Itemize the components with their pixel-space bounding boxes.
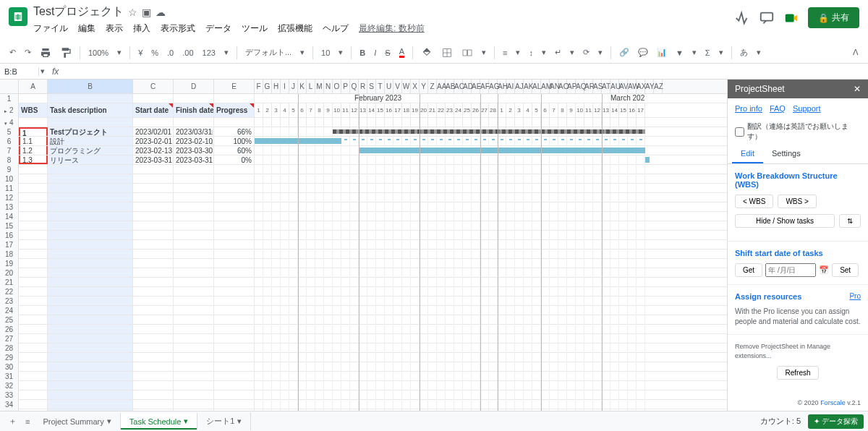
row-27[interactable]: 27	[0, 334, 19, 343]
row-16[interactable]: 16	[0, 231, 19, 240]
row-8[interactable]: 8	[0, 155, 19, 165]
col-X[interactable]: X	[411, 80, 420, 93]
history-icon[interactable]	[734, 10, 750, 26]
tab-sheet1[interactable]: シート1▾	[197, 412, 251, 430]
col-AK[interactable]: AK	[524, 80, 532, 93]
col-AI[interactable]: AI	[506, 80, 515, 93]
col-L[interactable]: L	[307, 80, 315, 93]
link-support[interactable]: Support	[793, 104, 821, 113]
prog-cell[interactable]: 0%	[214, 155, 255, 164]
functions-icon[interactable]: Σ	[703, 47, 712, 59]
wbs-cell[interactable]: 1	[19, 127, 48, 136]
start-cell[interactable]: 2023-02-01	[133, 137, 174, 145]
col-AH[interactable]: AH	[498, 80, 506, 93]
col-AG[interactable]: AG	[489, 80, 498, 93]
col-AF[interactable]: AF	[480, 80, 489, 93]
col-J[interactable]: J	[289, 80, 298, 93]
finish-cell[interactable]: 2023-02-10	[174, 137, 214, 145]
row-22[interactable]: 22	[0, 287, 19, 296]
star-icon[interactable]: ☆	[128, 7, 137, 18]
row-7[interactable]: 7	[0, 146, 19, 155]
font-select[interactable]: デフォルト...	[243, 46, 294, 59]
paint-format-icon[interactable]	[58, 46, 74, 60]
col-W[interactable]: W	[402, 80, 411, 93]
ime-btn[interactable]: あ	[738, 46, 750, 59]
col-T[interactable]: T	[376, 80, 385, 93]
prog-cell[interactable]: 66%	[214, 127, 255, 136]
calendar-icon[interactable]: 📅	[819, 265, 829, 275]
col-AP[interactable]: AP	[567, 80, 576, 93]
row-35[interactable]: 35	[0, 409, 19, 411]
select-all-corner[interactable]	[0, 80, 19, 94]
col-D[interactable]: D	[174, 80, 214, 93]
col-U[interactable]: U	[385, 80, 393, 93]
bold-btn[interactable]: B	[357, 47, 367, 59]
filter-icon[interactable]: ▼	[673, 47, 686, 59]
col-G[interactable]: G	[263, 80, 272, 93]
tab-task-schedule[interactable]: Task Schedule▾	[121, 413, 198, 430]
col-AW[interactable]: AW	[628, 80, 637, 93]
col-AT[interactable]: AT	[602, 80, 610, 93]
link-icon[interactable]: 🔗	[617, 46, 631, 59]
collapse-toolbar-icon[interactable]: ᐱ	[851, 46, 861, 59]
col-AS[interactable]: AS	[593, 80, 602, 93]
col-AA[interactable]: AA	[437, 80, 446, 93]
col-AX[interactable]: AX	[637, 80, 645, 93]
translate-checkbox[interactable]	[735, 127, 744, 137]
menu-format[interactable]: 表示形式	[161, 22, 195, 35]
more-formats[interactable]: 123	[200, 47, 218, 59]
col-AQ[interactable]: AQ	[576, 80, 584, 93]
wbs-indent-out[interactable]: < WBS	[735, 195, 773, 208]
get-date-btn[interactable]: Get	[735, 263, 762, 277]
comment-insert-icon[interactable]: 💬	[636, 46, 650, 59]
start-cell[interactable]: 2023/02/01	[133, 127, 174, 136]
refresh-btn[interactable]: Refresh	[777, 366, 818, 380]
chart-icon[interactable]: 📊	[655, 46, 669, 59]
row-20[interactable]: 20	[0, 268, 19, 278]
col-Z[interactable]: Z	[428, 80, 437, 93]
col-AL[interactable]: AL	[532, 80, 541, 93]
menu-tools[interactable]: ツール	[242, 22, 268, 35]
col-AJ[interactable]: AJ	[515, 80, 524, 93]
currency-btn[interactable]: ¥	[136, 47, 145, 59]
text-color-btn[interactable]: A	[397, 46, 407, 59]
date-input[interactable]	[765, 263, 816, 277]
col-M[interactable]: M	[315, 80, 324, 93]
start-cell[interactable]: 2023-02-13	[133, 146, 174, 155]
col-K[interactable]: K	[298, 80, 307, 93]
wbs-indent-in[interactable]: WBS >	[778, 195, 816, 208]
valign-btn[interactable]: ↕	[527, 47, 535, 59]
font-size[interactable]: 10	[319, 47, 332, 59]
row-33[interactable]: 33	[0, 391, 19, 400]
hide-show-toggle[interactable]: ⇅	[839, 214, 861, 228]
col-C[interactable]: C	[133, 80, 174, 93]
row-2[interactable]: ▸ 2	[0, 103, 19, 118]
meet-icon[interactable]	[783, 10, 799, 26]
row-9[interactable]: 9	[0, 165, 19, 174]
percent-btn[interactable]: %	[149, 47, 161, 59]
col-R[interactable]: R	[359, 80, 367, 93]
italic-btn[interactable]: I	[372, 47, 378, 59]
col-F[interactable]: F	[255, 80, 263, 93]
col-AN[interactable]: AN	[550, 80, 558, 93]
link-faq[interactable]: FAQ	[770, 104, 786, 113]
finish-cell[interactable]: 2023-03-31	[174, 155, 214, 164]
col-AC[interactable]: AC	[454, 80, 463, 93]
row-5[interactable]: 5	[0, 127, 19, 137]
row-34[interactable]: 34	[0, 400, 19, 409]
align-btn[interactable]: ≡	[501, 47, 509, 59]
finish-cell[interactable]: 2023-03-30	[174, 146, 214, 155]
row-24[interactable]: 24	[0, 306, 19, 315]
row-31[interactable]: 31	[0, 372, 19, 381]
col-AB[interactable]: AB	[446, 80, 454, 93]
name-box[interactable]: B:B	[0, 67, 39, 76]
menu-file[interactable]: ファイル	[33, 22, 68, 35]
pro-link[interactable]: Pro	[849, 292, 861, 307]
row-30[interactable]: 30	[0, 362, 19, 372]
finish-cell[interactable]: 2023/03/31	[174, 127, 214, 136]
col-AZ[interactable]: AZ	[654, 80, 663, 93]
col-P[interactable]: P	[341, 80, 350, 93]
menu-view[interactable]: 表示	[106, 22, 123, 35]
menu-edit[interactable]: 編集	[78, 22, 95, 35]
row-28[interactable]: 28	[0, 343, 19, 353]
